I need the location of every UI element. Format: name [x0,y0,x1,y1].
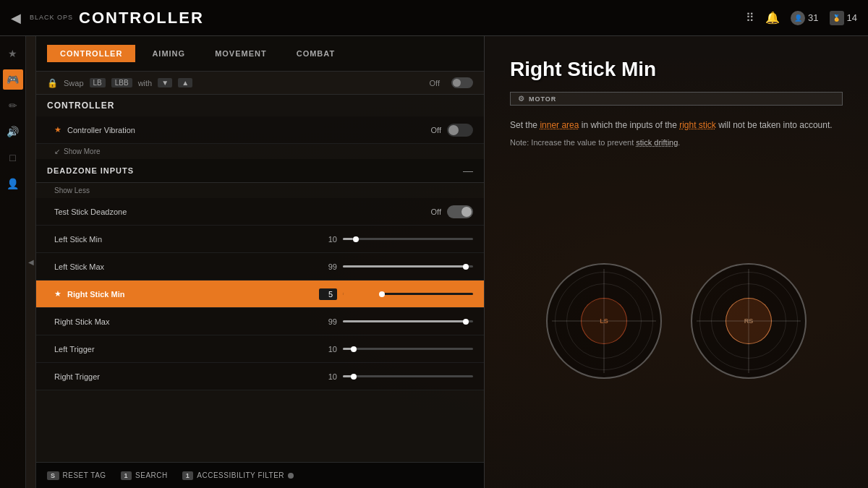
right-stick-diagram: RS [691,263,807,379]
left-stick-diagram: LS [546,263,662,379]
search-button[interactable]: 1 SEARCH [121,471,168,480]
accessibility-dot [288,473,294,479]
grid-icon[interactable]: ⠿ [746,11,754,25]
show-less-toggle[interactable]: Show Less [36,183,484,198]
setting-value-right-max: 99 [312,317,337,326]
bottom-bar: S RESET TAG 1 SEARCH 1 ACCESSIBILITY FIL… [36,462,484,488]
right-trigger-slider[interactable] [343,375,473,377]
page-title: CONTROLLER [79,9,204,27]
detail-badge-label: MOTOR [529,95,556,103]
setting-value-left-trigger: 10 [312,345,337,354]
game-logo: BLACK OPS [30,14,73,22]
settings-panel: CONTROLLER AIMING MOVEMENT COMBAT 🔒 Swap… [36,36,485,488]
setting-row-left-trigger[interactable]: Left Trigger 10 [36,335,484,363]
accessibility-key: 1 [182,471,194,480]
setting-row-right-trigger[interactable]: Right Trigger 10 [36,363,484,390]
setting-value-left-max: 99 [312,262,337,271]
setting-name-left-trigger: Left Trigger [54,345,312,354]
left-stick-label: LS [600,317,608,325]
detail-title: Right Stick Min [510,58,843,81]
controller-section-header: CONTROLLER [36,95,484,116]
tab-combat[interactable]: COMBAT [284,45,348,62]
setting-row-right-min[interactable]: ★ Right Stick Min 5 [36,281,484,308]
detail-note: Note: Increase the value to prevent stic… [510,138,843,147]
star-icon-right-min: ★ [54,289,61,299]
tab-movement[interactable]: MOVEMENT [202,45,280,62]
left-max-slider[interactable] [343,265,473,267]
accessibility-label: ACCESSIBILITY FILTER [197,471,284,479]
top-right-area: ⠿ 🔔 👤 31 🏅 14 [746,11,857,25]
sidebar-item-account[interactable]: 👤 [3,174,23,194]
deadzone-section-header: Deadzone Inputs — [36,159,484,183]
vibration-toggle[interactable] [447,124,473,137]
setting-value-right-min: 5 [319,288,337,300]
search-label: SEARCH [135,471,168,479]
reset-key: S [47,471,59,480]
setting-name-right-min: Right Stick Min [67,290,319,299]
star-icon-vibration: ★ [54,125,61,134]
sidebar-item-controller[interactable]: 🎮 [3,69,23,90]
left-min-slider[interactable] [343,238,473,240]
sidebar-item-sound[interactable]: 🔊 [3,121,23,142]
setting-name-vibration: Controller Vibration [67,126,416,134]
highlight-inner: inner area [540,120,579,130]
collapse-button[interactable]: ◀ [26,36,36,488]
right-stick-label: RS [744,317,754,325]
detail-panel: Right Stick Min ⚙ MOTOR Set the inner ar… [485,36,868,488]
setting-row-left-min[interactable]: Left Stick Min 10 [36,226,484,253]
highlight-prevent: stick drifting [636,138,678,147]
swap-toggle[interactable] [451,77,473,88]
player-rank: 🏅 14 [830,11,857,25]
setting-row-right-max[interactable]: Right Stick Max 99 [36,308,484,335]
sidebar-icons: ★ 🎮 ✏ 🔊 □ 👤 [0,36,26,488]
swap-badge-4: ▲ [178,78,192,87]
search-key: 1 [121,471,132,480]
swap-row: 🔒 Swap LB LBB with ▼ ▲ Off [36,72,484,95]
setting-value-right-trigger: 10 [312,372,337,381]
swap-badge-1: LB [90,78,106,87]
setting-name-test-deadzone: Test Stick Deadzone [54,207,416,216]
bell-icon[interactable]: 🔔 [765,11,780,25]
back-button[interactable]: ◀ [11,10,21,26]
detail-description: Set the inner area in which the inputs o… [510,119,843,132]
swap-badge-2: LBB [111,78,132,87]
sidebar-item-edit[interactable]: ✏ [3,95,23,116]
main-layout: ★ 🎮 ✏ 🔊 □ 👤 ◀ CONTROLLER AIMING MOVEMENT… [0,36,868,488]
sidebar-item-star[interactable]: ★ [3,43,23,64]
right-max-slider[interactable] [343,320,473,322]
swap-badge-3: ▼ [158,78,172,87]
sticks-container: LS RS [510,176,843,466]
settings-content: CONTROLLER ★ Controller Vibration Off ↙ … [36,95,484,462]
tabs-row: CONTROLLER AIMING MOVEMENT COMBAT [36,36,484,72]
motor-icon: ⚙ [518,95,525,103]
highlight-right: right stick [679,120,716,130]
setting-value-vibration: Off [416,126,441,134]
tab-controller[interactable]: CONTROLLER [47,45,135,62]
swap-value: Off [430,79,440,87]
setting-row-vibration[interactable]: ★ Controller Vibration Off [36,116,484,144]
tab-aiming[interactable]: AIMING [139,45,198,62]
left-trigger-slider[interactable] [343,348,473,350]
setting-name-left-min: Left Stick Min [54,235,312,244]
setting-value-left-min: 10 [312,235,337,244]
setting-row-left-max[interactable]: Left Stick Max 99 [36,253,484,281]
reset-label: RESET TAG [63,471,106,479]
setting-row-test-deadzone[interactable]: Test Stick Deadzone Off [36,198,484,226]
top-bar: ◀ BLACK OPS CONTROLLER ⠿ 🔔 👤 31 🏅 14 [0,0,868,36]
detail-badge: ⚙ MOTOR [510,92,843,106]
accessibility-button[interactable]: 1 ACCESSIBILITY FILTER [182,471,294,480]
swap-label: Swap [64,79,84,87]
test-deadzone-toggle[interactable] [447,205,473,218]
show-more-toggle[interactable]: ↙ Show More [36,144,484,159]
setting-name-right-max: Right Stick Max [54,317,312,326]
setting-value-test-deadzone: Off [416,207,441,216]
deadzone-collapse-icon[interactable]: — [463,165,473,176]
setting-name-left-max: Left Stick Max [54,262,312,271]
reset-tag-button[interactable]: S RESET TAG [47,471,106,480]
lock-icon: 🔒 [47,78,58,88]
deadzone-title: Deadzone Inputs [47,166,134,175]
player-level: 👤 31 [791,11,818,25]
sidebar-item-display[interactable]: □ [3,147,23,168]
setting-name-right-trigger: Right Trigger [54,372,312,381]
right-min-slider[interactable] [343,293,473,295]
